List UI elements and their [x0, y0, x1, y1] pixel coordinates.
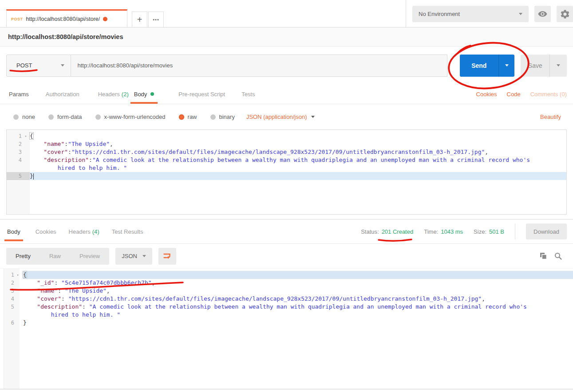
environment-quick-look-button[interactable]: [534, 6, 551, 22]
code-link[interactable]: Code: [507, 91, 521, 98]
chevron-down-icon: [519, 13, 522, 15]
body-type-row: none form-data x-www-form-urlencoded raw…: [0, 104, 573, 129]
code-line: 3 "cover":"https://cdn1.thr.com/sites/de…: [7, 148, 566, 156]
send-button-group: Send: [460, 55, 514, 77]
radio-icon: [95, 114, 101, 120]
view-mode-preview[interactable]: Preview: [70, 253, 109, 259]
bottom-strip: [0, 389, 573, 392]
environment-select[interactable]: No Environment: [412, 6, 529, 22]
request-section-tabs: Params Authorization Headers (2) Body Pr…: [0, 84, 573, 104]
code-text[interactable]: "name": "The Upside",: [23, 287, 573, 295]
code-text[interactable]: }: [23, 319, 573, 327]
body-mode-binary[interactable]: binary: [210, 114, 235, 120]
body-mode-binary-label: binary: [219, 114, 235, 120]
body-mode-urlencoded[interactable]: x-www-form-urlencoded: [95, 114, 166, 120]
request-title: http://localhost:8080/api/store/movies: [8, 33, 123, 40]
tab-body-label: Body: [134, 91, 147, 98]
request-body-editor[interactable]: 1▾{2 "name":"The Upside",3 "cover":"http…: [6, 129, 567, 215]
response-headers-count-badge: (4): [92, 228, 99, 235]
request-tab[interactable]: POST http://localhost:8080/api/store/: [6, 9, 127, 27]
code-text[interactable]: {: [30, 132, 566, 140]
line-number: 3: [7, 148, 22, 156]
code-line: 3 "name": "The Upside",: [4, 287, 573, 295]
body-mode-none[interactable]: none: [13, 114, 35, 120]
code-lines: 1▾{2 "_id": "5c4e715fa74c07dbbb6ecb7b",3…: [4, 269, 573, 327]
body-mode-form-data-label: form-data: [57, 114, 82, 120]
response-tab-cookies-label: Cookies: [36, 228, 56, 235]
settings-button[interactable]: [557, 6, 573, 22]
response-tab-test-results[interactable]: Test Results: [112, 220, 143, 243]
line-number: 2: [4, 279, 14, 287]
response-view-bar: Pretty Raw Preview JSON: [0, 244, 573, 268]
environment-select-value: No Environment: [419, 11, 460, 17]
url-input[interactable]: [71, 55, 447, 77]
chevron-down-icon: [557, 64, 560, 67]
code-text[interactable]: hired to help him. ": [23, 311, 573, 319]
tab-headers-label: Headers: [98, 91, 120, 98]
tab-headers[interactable]: Headers (2): [98, 84, 129, 104]
download-button[interactable]: Download: [526, 223, 567, 239]
line-gutter: [4, 311, 23, 319]
copy-response-button[interactable]: [540, 252, 547, 260]
tab-options-button[interactable]: •••: [148, 12, 164, 27]
view-mode-segment: Pretty Raw Preview: [6, 248, 109, 265]
code-text[interactable]: "description": "A comedic look at the re…: [23, 303, 573, 311]
code-text[interactable]: "name":"The Upside",: [30, 140, 566, 148]
cookies-link[interactable]: Cookies: [476, 91, 497, 98]
tab-pre-request-script[interactable]: Pre-request Script: [178, 84, 225, 104]
save-options-button[interactable]: [549, 55, 567, 77]
tab-tests[interactable]: Tests: [241, 84, 255, 104]
send-options-button[interactable]: [498, 55, 515, 77]
fold-arrow-icon[interactable]: ▾: [22, 132, 30, 140]
view-mode-pretty[interactable]: Pretty: [6, 253, 40, 259]
line-gutter: 1▾: [7, 132, 30, 140]
response-tab-cookies[interactable]: Cookies: [36, 220, 56, 243]
fold-arrow-icon[interactable]: ▾: [14, 271, 21, 279]
code-text[interactable]: "cover":"https://cdn1.thr.com/sites/defa…: [30, 148, 566, 156]
wrap-lines-button[interactable]: [158, 248, 176, 265]
line-gutter: 2: [4, 279, 23, 287]
method-select[interactable]: POST: [6, 55, 71, 77]
save-button[interactable]: Save: [521, 55, 549, 77]
response-tabs: Body Cookies Headers (4) Test Results: [4, 220, 143, 243]
response-format-select[interactable]: JSON: [115, 248, 152, 265]
code-text[interactable]: {: [23, 271, 573, 279]
content-type-select[interactable]: JSON (application/json): [246, 114, 315, 120]
eye-icon: [537, 9, 548, 19]
line-number: 1: [7, 132, 22, 140]
response-tab-body[interactable]: Body: [4, 220, 23, 243]
request-builder-row: POST Send Save: [0, 47, 573, 84]
tab-body[interactable]: Body: [130, 84, 158, 104]
code-text[interactable]: "description":"A comedic look at the rel…: [30, 156, 566, 164]
body-mode-form-data[interactable]: form-data: [48, 114, 82, 120]
body-mode-raw[interactable]: raw: [179, 114, 197, 120]
request-links: Cookies Code Comments (0): [476, 84, 573, 104]
content-type-value: JSON (application/json): [246, 114, 307, 120]
code-line: 1▾{: [7, 132, 566, 140]
code-text[interactable]: "_id": "5c4e715fa74c07dbbb6ecb7b",: [23, 279, 573, 287]
response-tab-headers[interactable]: Headers (4): [69, 220, 99, 243]
code-text[interactable]: }: [30, 172, 566, 180]
tab-authorization[interactable]: Authorization: [46, 84, 79, 104]
comments-link[interactable]: Comments (0): [530, 91, 567, 98]
request-editor-wrap: 1▾{2 "name":"The Upside",3 "cover":"http…: [0, 129, 573, 220]
header-bar: POST http://localhost:8080/api/store/ + …: [0, 0, 573, 27]
code-line: hired to help him. ": [4, 311, 573, 319]
tab-params[interactable]: Params: [9, 84, 29, 104]
time-pair: Time: 1043 ms: [424, 228, 463, 235]
tab-tests-label: Tests: [241, 91, 255, 98]
text-cursor: [33, 173, 34, 180]
copy-icon: [540, 252, 547, 260]
beautify-link[interactable]: Beautify: [540, 114, 561, 120]
response-body-editor[interactable]: 1▾{2 "_id": "5c4e715fa74c07dbbb6ecb7b",3…: [0, 268, 573, 389]
code-line: 4 "cover": "https://cdn1.thr.com/sites/d…: [4, 295, 573, 303]
radio-selected-icon: [179, 114, 184, 120]
line-number: 3: [4, 287, 14, 295]
new-tab-button[interactable]: +: [132, 12, 147, 27]
code-text[interactable]: "cover": "https://cdn1.thr.com/sites/def…: [23, 295, 573, 303]
view-mode-raw[interactable]: Raw: [40, 253, 70, 259]
code-text[interactable]: hired to help him. ": [30, 164, 566, 172]
search-response-button[interactable]: [554, 252, 562, 260]
send-button[interactable]: Send: [460, 55, 498, 77]
response-tab-body-label: Body: [7, 228, 20, 235]
